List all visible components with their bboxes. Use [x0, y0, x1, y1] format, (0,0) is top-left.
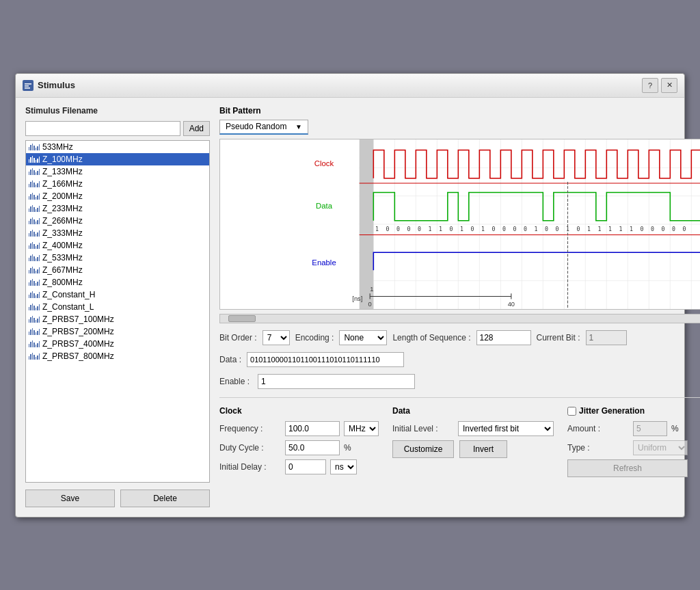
- svg-text:1: 1: [439, 226, 442, 232]
- svg-text:Data: Data: [316, 202, 333, 210]
- encoding-select[interactable]: None: [339, 330, 387, 345]
- list-item[interactable]: Z_667MHz: [26, 264, 209, 276]
- list-item[interactable]: Z_100MHz: [26, 153, 209, 165]
- window-body: Stimulus Filename Add 533MHzZ_100MHzZ_13…: [16, 98, 684, 517]
- list-item[interactable]: 533MHz: [26, 141, 209, 153]
- waveform-icon: [29, 179, 40, 189]
- delete-button[interactable]: Delete: [120, 490, 210, 507]
- lower-section: Clock Frequency : MHz GHz Duty Cycle : %: [219, 406, 700, 477]
- jitter-type-select: Uniform: [633, 440, 688, 455]
- list-item[interactable]: Z_333MHz: [26, 227, 209, 239]
- list-item[interactable]: Z_233MHz: [26, 202, 209, 215]
- list-item[interactable]: Z_PRBS7_800MHz: [26, 350, 209, 362]
- enable-label: Enable :: [219, 377, 250, 386]
- svg-text:0: 0: [396, 226, 400, 232]
- filename-input[interactable]: [25, 121, 180, 136]
- file-name: Z_Constant_H: [42, 290, 95, 299]
- waveform-scrollbar[interactable]: [219, 314, 700, 323]
- list-item[interactable]: Z_Constant_H: [26, 289, 209, 301]
- amount-label: Amount :: [567, 424, 629, 433]
- duty-cycle-input[interactable]: [285, 440, 340, 455]
- list-item[interactable]: Z_PRBS7_200MHz: [26, 325, 209, 338]
- waveform-icon: [29, 339, 40, 349]
- file-name: Z_Constant_L: [42, 302, 94, 312]
- list-item[interactable]: Z_PRBS7_100MHz: [26, 313, 209, 325]
- frequency-unit-select[interactable]: MHz GHz: [344, 421, 379, 436]
- svg-text:0: 0: [492, 226, 496, 232]
- waveform-icon: [29, 327, 40, 336]
- list-item[interactable]: Z_200MHz: [26, 190, 209, 202]
- waveform-icon: [29, 290, 40, 299]
- waveform-container: Clock Data 1 0 0: [219, 139, 700, 310]
- invert-button[interactable]: Invert: [459, 440, 507, 458]
- stimulus-filename-label: Stimulus Filename: [25, 106, 210, 116]
- divider1: [219, 397, 700, 398]
- waveform-icon: [29, 314, 40, 324]
- file-list[interactable]: 533MHzZ_100MHzZ_133MHzZ_166MHzZ_200MHzZ_…: [25, 140, 210, 483]
- list-item[interactable]: Z_PRBS7_400MHz: [26, 338, 209, 350]
- data-input[interactable]: [247, 352, 404, 367]
- jitter-label: Jitter Generation: [579, 406, 645, 416]
- initial-level-select[interactable]: Inverted first bit first bit Low High: [458, 421, 554, 436]
- svg-text:1: 1: [630, 226, 633, 232]
- params-row: Bit Order : 7 Encoding : None Length of …: [219, 330, 700, 345]
- svg-text:1: 1: [535, 226, 538, 232]
- add-button[interactable]: Add: [183, 121, 210, 136]
- list-item[interactable]: Z_533MHz: [26, 252, 209, 264]
- refresh-button[interactable]: Refresh: [567, 459, 688, 477]
- svg-text:Enable: Enable: [312, 258, 336, 266]
- waveform-icon: [29, 265, 40, 275]
- customize-button[interactable]: Customize: [392, 440, 454, 458]
- data-section-title: Data: [392, 406, 554, 416]
- file-name: Z_400MHz: [42, 241, 83, 250]
- svg-text:0: 0: [672, 226, 675, 232]
- initial-level-row: Initial Level : Inverted first bit first…: [392, 421, 554, 436]
- enable-row: Enable : Edge : both: [219, 374, 700, 389]
- jitter-checkbox[interactable]: [567, 407, 576, 416]
- save-button[interactable]: Save: [25, 490, 115, 507]
- svg-text:1: 1: [370, 286, 373, 293]
- waveform-icon: [29, 204, 40, 213]
- pseudo-random-dropdown[interactable]: Pseudo Random ▼: [219, 120, 308, 135]
- app-icon: [23, 80, 33, 91]
- bit-order-select[interactable]: 7: [262, 330, 290, 345]
- frequency-input[interactable]: [285, 421, 340, 436]
- delay-unit-select[interactable]: ns ps: [330, 459, 357, 474]
- list-item[interactable]: Z_166MHz: [26, 178, 209, 190]
- dropdown-arrow-icon: ▼: [295, 123, 302, 131]
- svg-text:[ns]: [ns]: [352, 295, 362, 301]
- type-label: Type :: [567, 443, 629, 453]
- bit-pattern-section: Bit Pattern Pseudo Random ▼: [219, 106, 700, 323]
- svg-text:0: 0: [662, 226, 665, 232]
- svg-text:0: 0: [368, 300, 372, 307]
- file-name: Z_PRBS7_800MHz: [42, 351, 114, 361]
- list-item[interactable]: Z_133MHz: [26, 165, 209, 178]
- scroll-thumb[interactable]: [228, 315, 256, 322]
- svg-text:1: 1: [375, 226, 379, 232]
- svg-rect-28: [360, 139, 374, 309]
- data-row: Data : Edge : both: [219, 352, 700, 367]
- length-input[interactable]: [476, 330, 531, 345]
- jitter-amount-row: Amount : %: [567, 421, 688, 436]
- file-name: Z_266MHz: [42, 216, 83, 226]
- left-panel: Stimulus Filename Add 533MHzZ_100MHzZ_13…: [25, 106, 210, 507]
- clock-section-title: Clock: [219, 406, 379, 416]
- svg-text:1: 1: [619, 226, 623, 232]
- waveform-icon: [29, 241, 40, 250]
- svg-text:1: 1: [460, 226, 463, 232]
- svg-text:0: 0: [545, 226, 548, 232]
- close-button[interactable]: ✕: [661, 78, 677, 93]
- svg-text:Clock: Clock: [314, 159, 334, 167]
- jitter-checkbox-row: Jitter Generation: [567, 406, 688, 417]
- file-name: Z_333MHz: [42, 228, 83, 238]
- help-button[interactable]: ?: [642, 78, 658, 93]
- list-item[interactable]: Z_400MHz: [26, 239, 209, 252]
- svg-rect-0: [25, 83, 31, 85]
- enable-input[interactable]: [258, 374, 415, 389]
- list-item[interactable]: Z_800MHz: [26, 276, 209, 289]
- svg-text:0: 0: [502, 226, 506, 232]
- initial-delay-input[interactable]: [285, 459, 326, 474]
- svg-text:0: 0: [386, 226, 390, 232]
- list-item[interactable]: Z_Constant_L: [26, 301, 209, 313]
- list-item[interactable]: Z_266MHz: [26, 215, 209, 227]
